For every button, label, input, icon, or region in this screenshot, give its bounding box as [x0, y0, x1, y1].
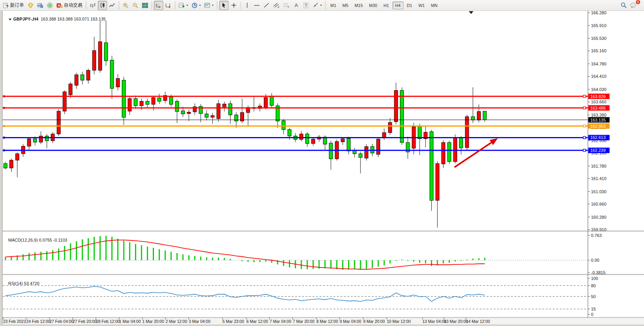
bear-candle[interactable]: [460, 138, 463, 148]
line-right-handle[interactable]: [583, 136, 586, 139]
bear-candle[interactable]: [146, 101, 149, 105]
bull-candle[interactable]: [394, 90, 398, 122]
bull-candle[interactable]: [15, 154, 19, 160]
bear-candle[interactable]: [205, 114, 208, 117]
bull-candle[interactable]: [217, 104, 220, 119]
chat-button[interactable]: 1: [629, 1, 639, 10]
bear-candle[interactable]: [234, 115, 238, 121]
timeframe-m1-button[interactable]: M1: [328, 2, 339, 9]
templates-button[interactable]: ▾: [203, 1, 215, 10]
line-left-handle[interactable]: [3, 125, 5, 127]
bear-candle[interactable]: [169, 97, 173, 104]
bull-candle[interactable]: [442, 142, 445, 164]
zoom-in-button[interactable]: [121, 1, 130, 10]
timeframe-h1-button[interactable]: H1: [381, 2, 391, 9]
bull-candle[interactable]: [75, 75, 78, 85]
bull-candle[interactable]: [39, 136, 43, 142]
line-right-handle[interactable]: [583, 107, 586, 109]
line-right-handle[interactable]: [583, 149, 586, 151]
tile-windows-button[interactable]: [140, 1, 150, 10]
timeframe-m30-button[interactable]: M30: [366, 2, 380, 9]
timeframe-m15-button[interactable]: M15: [352, 2, 366, 9]
bull-candle[interactable]: [92, 51, 96, 70]
bull-candle[interactable]: [152, 98, 155, 105]
gold-tool-button[interactable]: [26, 1, 35, 10]
bull-candle[interactable]: [27, 139, 31, 146]
bear-candle[interactable]: [181, 111, 185, 114]
bear-candle[interactable]: [430, 132, 433, 201]
bull-candle[interactable]: [436, 164, 439, 201]
chart-shift-button[interactable]: [164, 1, 173, 10]
periods-button[interactable]: ▾: [190, 1, 202, 10]
auto-scroll-button[interactable]: [154, 1, 163, 10]
chart-canvas[interactable]: 166.280165.910165.530165.160164.780164.4…: [0, 11, 644, 326]
bear-candle[interactable]: [110, 60, 114, 88]
bear-candle[interactable]: [45, 136, 49, 141]
line-left-handle[interactable]: [3, 95, 5, 97]
timeframe-w1-button[interactable]: W1: [416, 2, 428, 9]
trendline-button[interactable]: [262, 1, 271, 10]
bear-candle[interactable]: [359, 154, 362, 158]
bull-candle[interactable]: [140, 101, 143, 106]
bull-candle[interactable]: [311, 139, 315, 143]
channel-button[interactable]: E: [272, 1, 281, 10]
bull-candle[interactable]: [388, 122, 392, 132]
bear-candle[interactable]: [104, 43, 108, 61]
bear-candle[interactable]: [175, 101, 179, 112]
bear-candle[interactable]: [157, 98, 161, 101]
bull-candle[interactable]: [98, 42, 102, 70]
bull-candle[interactable]: [264, 98, 268, 107]
bull-candle[interactable]: [69, 84, 72, 95]
timeframe-h4-button[interactable]: H4: [393, 2, 403, 9]
bull-candle[interactable]: [341, 139, 345, 142]
horizontal-line-button[interactable]: [252, 1, 261, 10]
bull-candle[interactable]: [365, 147, 368, 158]
bull-candle[interactable]: [128, 99, 132, 112]
bull-candle[interactable]: [87, 70, 90, 80]
line-left-handle[interactable]: [3, 107, 5, 109]
bear-candle[interactable]: [347, 138, 350, 151]
vertical-line-button[interactable]: [243, 1, 252, 10]
bear-candle[interactable]: [80, 75, 84, 80]
line-right-handle[interactable]: [583, 95, 586, 98]
candlestick-chart-button[interactable]: [98, 1, 107, 10]
timeframe-d1-button[interactable]: D1: [404, 2, 415, 9]
timeframe-mn-button[interactable]: MN: [428, 2, 440, 9]
cursor-button[interactable]: [219, 1, 229, 10]
market-watch-button[interactable]: [36, 1, 45, 10]
bear-candle[interactable]: [122, 80, 126, 117]
bear-candle[interactable]: [471, 117, 475, 120]
bull-candle[interactable]: [211, 116, 214, 117]
bear-candle[interactable]: [270, 96, 273, 105]
label-tool-button[interactable]: T: [301, 1, 311, 10]
bear-candle[interactable]: [229, 104, 232, 115]
line-left-handle[interactable]: [3, 149, 5, 151]
bear-candle[interactable]: [33, 139, 37, 142]
indicators-button[interactable]: ▾: [177, 1, 190, 10]
bull-candle[interactable]: [187, 112, 191, 114]
bear-candle[interactable]: [282, 121, 285, 130]
bear-candle[interactable]: [4, 164, 7, 168]
auto-trading-button[interactable]: 自动交易: [55, 1, 84, 10]
bull-candle[interactable]: [465, 117, 469, 148]
line-left-handle[interactable]: [3, 137, 5, 139]
bear-candle[interactable]: [483, 111, 487, 120]
search-button[interactable]: [619, 1, 629, 10]
bear-candle[interactable]: [134, 99, 137, 106]
bull-candle[interactable]: [300, 134, 303, 139]
chevron-down-icon[interactable]: [9, 19, 12, 21]
bear-candle[interactable]: [400, 90, 404, 142]
bull-candle[interactable]: [57, 111, 60, 134]
bear-candle[interactable]: [329, 143, 333, 159]
bear-candle[interactable]: [306, 134, 309, 144]
line-right-handle[interactable]: [583, 125, 586, 127]
new-order-button[interactable]: 新订单: [2, 1, 26, 10]
bull-candle[interactable]: [116, 79, 120, 87]
navigator-button[interactable]: [45, 1, 55, 10]
bear-candle[interactable]: [418, 126, 422, 139]
bull-candle[interactable]: [376, 139, 380, 154]
fibonacci-button[interactable]: F: [282, 1, 291, 10]
timeframe-m5-button[interactable]: M5: [340, 2, 351, 9]
bull-candle[interactable]: [10, 160, 13, 168]
line-chart-button[interactable]: [108, 1, 117, 10]
